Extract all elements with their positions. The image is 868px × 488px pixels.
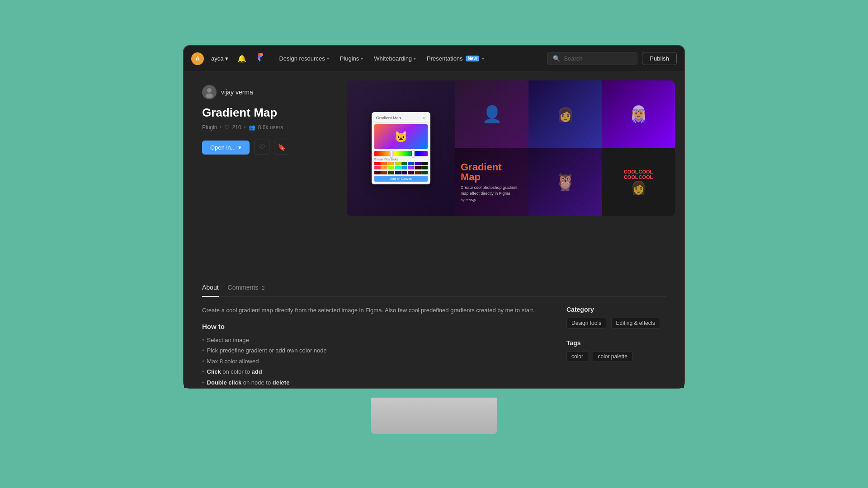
user-avatar[interactable]: A <box>191 52 204 65</box>
swatch <box>381 171 387 174</box>
heart-icon: ♡ <box>225 124 230 131</box>
bottom-content: Create a cool gradient map directly from… <box>202 306 666 388</box>
swatch <box>388 171 394 174</box>
how-to-list: Select an image Pick predefine gradient … <box>202 335 548 388</box>
add-canvas-button[interactable]: Add on Canvas <box>374 176 428 182</box>
category-editing-effects[interactable]: Editing & effects <box>611 318 660 328</box>
swatch <box>421 171 428 174</box>
bold-click: Click <box>207 368 221 375</box>
author-name[interactable]: vijay verma <box>221 89 253 96</box>
svg-point-1 <box>206 94 213 98</box>
swatch <box>401 162 408 165</box>
swatch <box>395 171 401 174</box>
swatch <box>415 166 421 169</box>
tab-about[interactable]: About <box>202 278 219 296</box>
open-button[interactable]: Open in... ▾ <box>202 141 250 155</box>
nav-links: Design resources ▾ Plugins ▾ Whiteboardi… <box>274 52 540 65</box>
step-1: Select an image <box>202 335 548 345</box>
description-area: Create a cool gradient map directly from… <box>202 306 548 388</box>
cool-text: COOL <box>624 175 638 180</box>
swatch <box>395 162 401 165</box>
bold-double-click: Double click <box>207 379 242 386</box>
like-button[interactable]: ♡ <box>254 140 269 155</box>
navbar: A ayca ▾ 🔔 Design resources <box>184 46 684 71</box>
swatch <box>381 166 387 169</box>
tab-comments[interactable]: Comments 2 <box>228 278 265 296</box>
category-section: Category Design tools Editing & effects <box>566 306 666 331</box>
monitor-stand <box>371 398 497 434</box>
tag-color-palette[interactable]: color palette <box>593 351 632 362</box>
gradient-bar <box>374 151 428 156</box>
swatch <box>374 162 381 165</box>
color-swatches-row2 <box>374 171 428 174</box>
left-panel: vijay verma Gradient Map Plugin • ♡ 210 … <box>184 71 347 278</box>
nav-right: 🔍 Search Publish <box>547 52 677 65</box>
nav-plugins[interactable]: Plugins ▾ <box>335 52 368 65</box>
hero-grid-cell-4: 🦉 <box>528 148 602 216</box>
username-menu[interactable]: ayca ▾ <box>211 55 228 62</box>
tag-color[interactable]: color <box>566 351 588 362</box>
bookmark-button[interactable]: 🔖 <box>274 140 289 155</box>
hero-image: Gradient Map ✕ 🐱 Preset Gradients <box>347 80 675 216</box>
nav-design-resources[interactable]: Design resources ▾ <box>274 52 333 65</box>
separator: • <box>220 124 222 131</box>
category-title: Category <box>566 306 666 313</box>
swatch <box>388 162 394 165</box>
hero-grid-cell-2: 👩 <box>528 80 602 148</box>
sidebar-info: Category Design tools Editing & effects … <box>566 306 666 388</box>
gradient-map-title-cell: GradientMap Create cool photoshop gradie… <box>455 148 528 216</box>
swatch <box>415 162 421 165</box>
step-2: Pick predefine gradient or add own color… <box>202 345 548 356</box>
gm-description: Create cool photoshop gradient map effec… <box>461 185 523 196</box>
person-image-1: 👤 <box>455 80 528 148</box>
hero-main-cell: Gradient Map ✕ 🐱 Preset Gradients <box>347 80 455 216</box>
chevron-icon: ▾ <box>361 56 363 61</box>
hero-grid-cell-6: COOL COOL COOL COOL 👩 <box>602 148 675 216</box>
owl-image: 🦉 <box>528 148 602 216</box>
plugin-title: Gradient Map <box>202 106 333 120</box>
username-chevron-icon: ▾ <box>225 55 228 62</box>
svg-point-0 <box>207 88 212 93</box>
bottom-section: About Comments 2 Create a cool gradient … <box>184 278 684 388</box>
swatch <box>374 166 381 169</box>
swatch <box>381 162 387 165</box>
search-icon: 🔍 <box>553 55 560 62</box>
step-5: Double click on node to delete <box>202 377 548 388</box>
author-avatar <box>202 85 217 99</box>
hero-grid-cell-3: 🧝‍♀️ <box>602 80 675 148</box>
search-box[interactable]: 🔍 Search <box>547 52 637 65</box>
search-placeholder: Search <box>564 55 582 62</box>
hero-area: Gradient Map ✕ 🐱 Preset Gradients <box>347 71 684 278</box>
preset-label: Preset Gradients <box>374 158 428 161</box>
swatch <box>408 171 414 174</box>
tabs: About Comments 2 <box>202 278 666 297</box>
new-badge: New <box>466 56 480 61</box>
tags-title: Tags <box>566 339 666 347</box>
plugin-window-titlebar: Gradient Map ✕ <box>374 115 428 122</box>
chevron-icon: ▾ <box>327 56 329 61</box>
window-close-icon: ✕ <box>423 116 426 120</box>
tags-section: Tags color color palette <box>566 339 666 365</box>
swatch <box>421 166 428 169</box>
comments-count: 2 <box>262 285 264 291</box>
notification-bell-icon[interactable]: 🔔 <box>237 54 246 63</box>
nav-presentations[interactable]: Presentations New ▾ <box>422 52 489 65</box>
nav-whiteboarding[interactable]: Whiteboarding ▾ <box>369 52 420 65</box>
cool-text: COOL <box>639 169 653 174</box>
swatch <box>421 162 428 165</box>
chevron-icon: ▾ <box>482 56 484 61</box>
person-image-2: 👩 <box>528 80 602 148</box>
how-to-title: How to <box>202 323 548 330</box>
hero-grid-cell-1: 👤 <box>455 80 528 148</box>
chevron-down-icon: ▾ <box>238 144 241 151</box>
step-3: Max 8 color allowed <box>202 356 548 366</box>
gm-title: GradientMap <box>461 162 523 182</box>
person-image-5: 👩 <box>631 180 646 195</box>
swatch <box>395 166 401 169</box>
description-text: Create a cool gradient map directly from… <box>202 306 548 315</box>
bold-delete: delete <box>273 379 290 386</box>
chevron-icon: ▾ <box>414 56 416 61</box>
publish-button[interactable]: Publish <box>642 52 677 65</box>
category-design-tools[interactable]: Design tools <box>566 318 606 328</box>
cool-text: COOL <box>639 175 653 180</box>
